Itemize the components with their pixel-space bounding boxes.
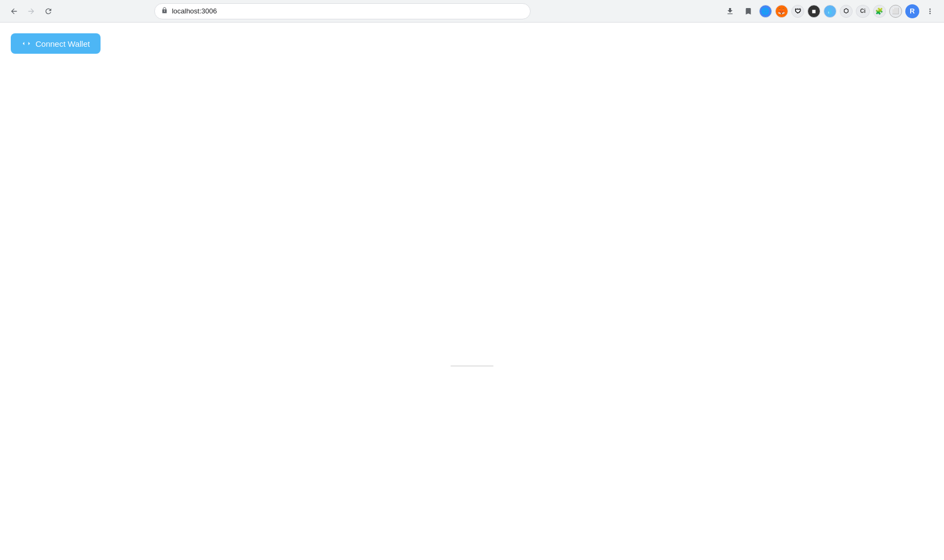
connect-wallet-label: Connect Wallet [35,39,90,48]
page-content: Connect Wallet [0,23,944,560]
ext-puzzle-icon[interactable]: 🧩 [873,5,886,18]
bookmark-button[interactable] [741,4,756,19]
url-text: localhost:3006 [172,7,217,15]
menu-button[interactable] [922,4,938,19]
browser-chrome: localhost:3006 🌐 🦊 🛡 ◼ 💧 ⬡ Ci 🧩 ⬜ R [0,0,944,23]
lock-icon [161,6,168,16]
bottom-divider [450,365,494,367]
ext-fox-icon[interactable]: 🦊 [775,5,788,18]
connect-wallet-button[interactable]: Connect Wallet [11,33,101,54]
ext-hex-icon[interactable]: ⬡ [840,5,853,18]
address-bar[interactable]: localhost:3006 [154,3,531,19]
ext-water-icon[interactable]: 💧 [824,5,836,18]
profile-button[interactable]: R [905,4,919,18]
ext-shield-icon[interactable]: 🛡 [791,5,804,18]
forward-button[interactable] [24,4,39,19]
wallet-icon [22,39,31,48]
ext-dark-icon[interactable]: ◼ [807,5,820,18]
nav-buttons [6,4,56,19]
browser-actions: 🌐 🦊 🛡 ◼ 💧 ⬡ Ci 🧩 ⬜ R [723,4,938,19]
download-button[interactable] [723,4,738,19]
reload-button[interactable] [41,4,56,19]
ext-window-icon[interactable]: ⬜ [889,5,902,18]
back-button[interactable] [6,4,22,19]
ext-globe-icon[interactable]: 🌐 [759,5,772,18]
ext-ci-icon[interactable]: Ci [856,5,870,18]
